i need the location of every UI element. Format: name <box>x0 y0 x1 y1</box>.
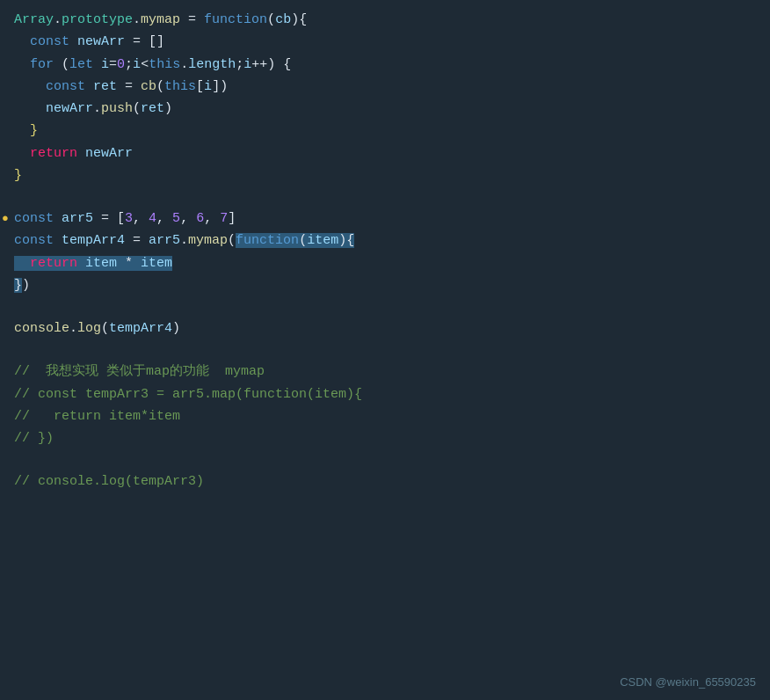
code-line-8: } <box>0 164 770 186</box>
debug-bullet: ● <box>2 210 9 228</box>
code-line-17: // 我想实现 类似于map的功能 mymap <box>0 361 770 383</box>
code-line-10: ●const arr5 = [3, 4, 5, 6, 7] <box>0 208 770 230</box>
code-editor: Array.prototype.mymap = function(cb){ co… <box>0 0 770 700</box>
empty-line-16 <box>0 339 770 361</box>
code-line-7: return newArr <box>0 142 770 164</box>
empty-line-14 <box>0 296 770 317</box>
code-line-4: const ret = cb(this[i]) <box>0 76 770 98</box>
code-line-5: newArr.push(ret) <box>0 98 770 120</box>
code-line-19: // return item*item <box>0 405 770 427</box>
code-line-2: const newArr = [] <box>0 31 770 53</box>
code-line-1: Array.prototype.mymap = function(cb){ <box>0 9 770 31</box>
code-line-22: // console.log(tempArr3) <box>0 470 770 492</box>
code-line-18: // const tempArr3 = arr5.map(function(it… <box>0 383 770 405</box>
code-line-6: } <box>0 120 770 142</box>
code-line-11: const tempArr4 = arr5.mymap(function(ite… <box>0 230 770 252</box>
code-line-13: }) <box>0 274 770 296</box>
code-line-15: console.log(tempArr4) <box>0 317 770 339</box>
empty-line-9 <box>0 186 770 208</box>
empty-line-21 <box>0 449 770 470</box>
code-line-3: for (let i=0;i<this.length;i++) { <box>0 54 770 76</box>
code-line-20: // }) <box>0 427 770 449</box>
code-line-12: return item * item <box>0 252 770 274</box>
watermark: CSDN @weixin_65590235 <box>620 674 756 691</box>
